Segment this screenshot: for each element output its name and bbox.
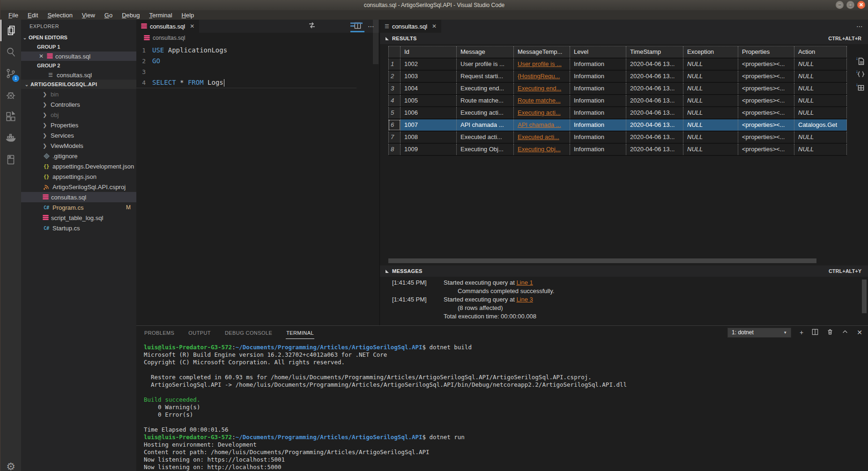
template-link[interactable]: Executed acti... xyxy=(518,133,559,140)
cell-message[interactable]: Request starti... xyxy=(457,71,514,82)
tree-item-appsettings-json[interactable]: {}appsettings.json xyxy=(21,171,136,182)
panel-tab-problems[interactable]: PROBLEMS xyxy=(144,327,175,339)
cell-exception[interactable]: NULL xyxy=(683,59,738,70)
template-link[interactable]: {HostingRequ... xyxy=(518,73,560,80)
tree-item-script-table-log-sql[interactable]: script_table_log.sql xyxy=(21,213,136,223)
cell-timestamp[interactable]: 2020-04-06 13... xyxy=(626,95,683,106)
cell-exception[interactable]: NULL xyxy=(683,119,738,131)
cell-id[interactable]: 1008 xyxy=(401,132,457,143)
menu-edit[interactable]: Edit xyxy=(23,12,42,19)
cell-level[interactable]: Information xyxy=(570,144,626,155)
cell-id[interactable]: 1006 xyxy=(401,107,457,118)
column-header-level[interactable]: Level xyxy=(570,46,626,58)
cell-properties[interactable]: <properties><... xyxy=(738,119,794,131)
docker-icon[interactable] xyxy=(0,127,21,149)
split-terminal-icon[interactable] xyxy=(812,329,818,337)
cell-template[interactable]: Executing Obj... xyxy=(514,144,570,155)
close-tab-icon[interactable]: ✕ xyxy=(190,23,194,29)
results-horizontal-scrollbar[interactable] xyxy=(388,258,854,264)
cell-action[interactable]: NULL xyxy=(794,95,847,106)
template-link[interactable]: Executing end... xyxy=(518,85,561,92)
tree-item-consultas-sql[interactable]: consultas.sql xyxy=(21,192,136,202)
cell-level[interactable]: Information xyxy=(570,132,626,143)
cell-template[interactable]: {HostingRequ... xyxy=(514,71,570,82)
panel-tab-output[interactable]: OUTPUT xyxy=(188,327,211,339)
grid-row-1008[interactable]: 71008Executed acti...Executed acti...Inf… xyxy=(388,132,847,144)
cell-timestamp[interactable]: 2020-04-06 13... xyxy=(626,107,683,118)
menu-help[interactable]: Help xyxy=(178,12,199,19)
code-editor[interactable]: 1USE ApplicationLogs2GO34SELECT * FROM L… xyxy=(136,43,379,88)
menu-terminal[interactable]: Terminal xyxy=(145,12,176,19)
cell-template[interactable]: Executing end... xyxy=(514,83,570,94)
cell-timestamp[interactable]: 2020-04-06 13... xyxy=(626,71,683,82)
menu-debug[interactable]: Debug xyxy=(118,12,144,19)
code-line[interactable]: 1USE ApplicationLogs xyxy=(136,45,379,56)
cell-properties[interactable]: <properties><... xyxy=(738,107,794,118)
grid-row-1002[interactable]: 11002User profile is ...User profile is … xyxy=(388,59,847,71)
messages-scrollbar[interactable] xyxy=(862,280,867,313)
tab-consultas-sql[interactable]: consultas.sql ✕ xyxy=(136,20,199,33)
cell-timestamp[interactable]: 2020-04-06 13... xyxy=(626,59,683,70)
cell-timestamp[interactable]: 2020-04-06 13... xyxy=(626,83,683,94)
cell-id[interactable]: 1003 xyxy=(401,71,457,82)
more-actions-icon[interactable]: ⋯ xyxy=(856,22,863,30)
grid-row-1006[interactable]: 51006Executing acti...Executing acti...I… xyxy=(388,107,847,119)
open-editor-item[interactable]: ✕consultas.sql xyxy=(21,52,136,61)
column-header-id[interactable]: Id xyxy=(401,46,457,58)
minimize-button[interactable]: – xyxy=(836,1,844,9)
row-number[interactable]: 5 xyxy=(388,107,401,118)
cell-level[interactable]: Information xyxy=(570,71,626,82)
template-link[interactable]: User profile is ... xyxy=(518,60,562,67)
cell-id[interactable]: 1002 xyxy=(401,59,457,70)
terminal-output[interactable]: luis@luis-Predator-G3-572:~/Documents/Pr… xyxy=(136,339,868,471)
row-number[interactable]: 2 xyxy=(388,71,401,82)
tree-item-obj[interactable]: ❯obj xyxy=(21,110,136,120)
cell-message[interactable]: Executing end... xyxy=(457,83,514,94)
open-editor-item[interactable]: ☰consultas.sql xyxy=(21,70,136,80)
cell-action[interactable]: NULL xyxy=(794,107,847,118)
maximize-button[interactable]: □ xyxy=(846,1,854,9)
gear-icon[interactable]: ⚙ xyxy=(0,461,21,471)
cell-id[interactable]: 1004 xyxy=(401,83,457,94)
cell-properties[interactable]: <properties><... xyxy=(738,71,794,82)
cell-exception[interactable]: NULL xyxy=(683,132,738,143)
line-link[interactable]: Line 1 xyxy=(516,279,533,286)
code-line[interactable]: 3 xyxy=(136,66,379,77)
row-number[interactable]: 6 xyxy=(388,119,401,131)
breadcrumb[interactable]: consultas.sql xyxy=(136,33,379,43)
template-link[interactable]: API chamada ... xyxy=(518,121,561,128)
cell-properties[interactable]: <properties><... xyxy=(738,59,794,70)
source-control-icon[interactable]: 1 xyxy=(0,63,21,84)
cell-properties[interactable]: <properties><... xyxy=(738,132,794,143)
close-tab-icon[interactable]: ✕ xyxy=(432,23,437,29)
column-header-message[interactable]: Message xyxy=(457,46,514,58)
code-line[interactable]: 2GO xyxy=(136,56,379,66)
sql-server-icon[interactable] xyxy=(0,149,21,170)
cell-template[interactable]: API chamada ... xyxy=(514,119,570,131)
template-link[interactable]: Executing Obj... xyxy=(518,146,561,153)
tab-consultas-sql-results[interactable]: ☰ consultas.sql ✕ xyxy=(380,20,441,33)
tree-item-viewmodels[interactable]: ❯ViewModels xyxy=(21,140,136,151)
menu-selection[interactable]: Selection xyxy=(43,12,76,19)
grid-row-1003[interactable]: 21003Request starti...{HostingRequ...Inf… xyxy=(388,71,847,83)
cell-level[interactable]: Information xyxy=(570,107,626,118)
cell-timestamp[interactable]: 2020-04-06 13... xyxy=(626,119,683,131)
cell-template[interactable]: Executing acti... xyxy=(514,107,570,118)
cell-level[interactable]: Information xyxy=(570,119,626,131)
tree-item-properties[interactable]: ❯Properties xyxy=(21,120,136,130)
tree-item-startup-cs[interactable]: C#Startup.cs xyxy=(21,223,136,233)
close-panel-icon[interactable]: ✕ xyxy=(857,329,862,336)
maximize-panel-icon[interactable] xyxy=(842,329,848,337)
cell-level[interactable]: Information xyxy=(570,59,626,70)
explorer-icon[interactable] xyxy=(0,20,21,41)
tree-item-bin[interactable]: ❯bin xyxy=(21,89,136,99)
cell-timestamp[interactable]: 2020-04-06 13... xyxy=(626,144,683,155)
close-button[interactable]: ✕ xyxy=(857,1,865,9)
minimap[interactable] xyxy=(350,22,372,34)
cell-template[interactable]: Route matche... xyxy=(514,95,570,106)
panel-tab-terminal[interactable]: TERMINAL xyxy=(286,327,314,339)
grid-row-1007[interactable]: 61007API chamada ...API chamada ...Infor… xyxy=(388,119,847,132)
cell-message[interactable]: Executing acti... xyxy=(457,107,514,118)
tree-item-controllers[interactable]: ❯Controllers xyxy=(21,99,136,110)
row-number[interactable]: 4 xyxy=(388,95,401,106)
